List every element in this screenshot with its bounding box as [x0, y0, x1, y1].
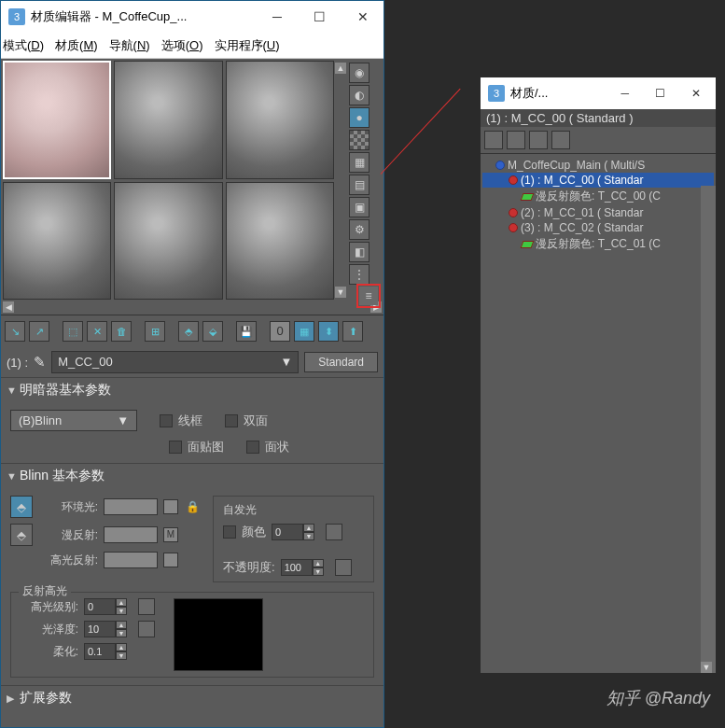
material-editor-window: 3 材质编辑器 - M_CoffeCup_... ─ ☐ ✕ 模式(D) 材质(…	[0, 0, 384, 728]
material-slot-6[interactable]	[226, 182, 334, 301]
make-preview-icon[interactable]: ▣	[349, 197, 369, 217]
view-small-icon[interactable]	[507, 131, 525, 149]
material-type-button[interactable]: Standard	[304, 352, 378, 372]
diffuse-map-btn[interactable]: M	[163, 527, 178, 542]
diffuse-swatch[interactable]	[104, 526, 158, 543]
spin-down-icon[interactable]: ▼	[313, 567, 324, 576]
tree-label: (2) : M_CC_01 ( Standar	[521, 206, 643, 219]
scroll-left-icon[interactable]: ◀	[3, 301, 14, 313]
scroll-down-icon[interactable]: ▼	[335, 287, 346, 298]
spec-level-value[interactable]: 0	[84, 598, 116, 615]
specular-map-btn[interactable]	[163, 553, 178, 567]
material-id-box[interactable]: 0	[270, 321, 290, 342]
lock-icon[interactable]: 🔒	[186, 500, 200, 513]
slots-vscroll[interactable]: ▲ ▼	[334, 61, 347, 300]
ambient-lock-icon[interactable]: ⬘	[10, 496, 33, 518]
scroll-up-icon[interactable]: ▲	[335, 63, 346, 74]
opacity-map-btn[interactable]	[335, 559, 352, 576]
self-illum-color-checkbox[interactable]	[223, 525, 236, 539]
spec-level-map-btn[interactable]	[138, 598, 155, 615]
nav-vscroll[interactable]: ▼	[701, 186, 716, 673]
view-medium-icon[interactable]	[529, 131, 548, 149]
sample-type-icon[interactable]: ◉	[349, 63, 369, 83]
tree-row[interactable]: 漫反射颜色: T_CC_01 (C	[482, 235, 714, 253]
material-slot-5[interactable]	[114, 182, 222, 301]
show-end-result-icon[interactable]: ⬍	[318, 321, 339, 342]
maximize-button[interactable]: ☐	[306, 7, 333, 26]
gloss-map-btn[interactable]	[138, 621, 155, 637]
spin-down-icon[interactable]: ▼	[303, 532, 314, 540]
menu-navigation[interactable]: 导航(N)	[109, 37, 150, 54]
view-large-icon[interactable]	[551, 131, 570, 149]
make-copy-icon[interactable]: ⊞	[145, 321, 165, 342]
menu-options[interactable]: 选项(O)	[161, 37, 203, 54]
background-icon[interactable]: ●	[349, 107, 369, 128]
two-sided-checkbox[interactable]	[225, 414, 238, 427]
rollout-blinn-basic[interactable]: ▼ Blinn 基本参数	[1, 463, 383, 488]
shader-type-dropdown[interactable]: (B)Blinn▼	[10, 410, 137, 431]
material-slot-2[interactable]	[114, 61, 222, 179]
tree-row[interactable]: (2) : M_CC_01 ( Standar	[482, 205, 714, 220]
slots-hscroll[interactable]: ◀ ▶	[1, 301, 383, 315]
tree-row[interactable]: (1) : M_CC_00 ( Standar	[482, 173, 714, 188]
sample-uv-icon[interactable]: ▦	[349, 152, 369, 173]
face-map-checkbox[interactable]	[169, 441, 182, 454]
faceted-checkbox[interactable]	[246, 441, 259, 454]
close-button[interactable]: ✕	[684, 85, 708, 102]
minimize-button[interactable]: ─	[613, 85, 636, 102]
menu-utilities[interactable]: 实用程序(U)	[215, 37, 280, 54]
material-map-navigator-icon[interactable]: ≡	[359, 287, 378, 305]
show-map-icon[interactable]: ▦	[294, 321, 314, 342]
video-check-icon[interactable]: ▤	[349, 175, 369, 195]
ambient-swatch[interactable]	[104, 498, 158, 515]
material-slot-3[interactable]	[226, 61, 334, 179]
menu-material[interactable]: 材质(M)	[55, 37, 98, 54]
eyedropper-icon[interactable]: ✎	[34, 354, 46, 371]
material-name-dropdown[interactable]: M_CC_00▼	[51, 351, 299, 373]
maximize-button[interactable]: ☐	[648, 85, 673, 102]
put-to-scene-icon[interactable]: ↗	[29, 321, 49, 342]
assign-to-sel-icon[interactable]: ⬚	[63, 321, 83, 342]
app-icon: 3	[8, 8, 25, 25]
scroll-down-icon[interactable]: ▼	[701, 662, 712, 673]
material-slot-1[interactable]	[3, 61, 111, 179]
self-illum-map-btn[interactable]	[326, 524, 342, 540]
wire-checkbox[interactable]	[160, 414, 173, 427]
get-material-icon[interactable]: ↘	[5, 321, 25, 342]
options-icon[interactable]: ⚙	[349, 219, 369, 240]
delete-icon[interactable]: 🗑	[111, 321, 132, 342]
self-illum-value[interactable]: 0	[272, 524, 303, 540]
reset-map-icon[interactable]: ✕	[87, 321, 107, 342]
ambient-map-btn[interactable]	[163, 499, 178, 514]
rollout-shader-basic[interactable]: ▼ 明暗器基本参数	[1, 377, 383, 402]
gloss-value[interactable]: 10	[84, 621, 116, 637]
go-to-parent-icon[interactable]: ⬆	[342, 321, 363, 342]
make-unique-icon[interactable]: ⬘	[178, 321, 199, 342]
material-map-nav-icon[interactable]: ⋮	[349, 264, 369, 285]
menu-mode[interactable]: 模式(D)	[3, 37, 44, 54]
annotation-arrow	[381, 89, 461, 175]
soften-value[interactable]: 0.1	[84, 643, 116, 660]
material-slot-4[interactable]	[3, 182, 111, 301]
tree-row[interactable]: M_CoffeCup_Main ( Multi/S	[482, 158, 714, 173]
faceted-label: 面状	[265, 439, 289, 455]
spin-up-icon[interactable]: ▲	[313, 559, 324, 567]
tree-row[interactable]: 漫反射颜色: T_CC_00 (C	[482, 188, 714, 205]
select-by-mat-icon[interactable]: ◧	[349, 242, 369, 262]
opacity-value[interactable]: 100	[281, 559, 313, 576]
view-list-icon[interactable]	[484, 131, 503, 149]
specular-swatch[interactable]	[104, 552, 158, 568]
backlight-icon[interactable]: ◐	[349, 85, 369, 105]
put-to-lib-icon[interactable]: ⬙	[202, 321, 223, 342]
close-button[interactable]: ✕	[350, 7, 376, 26]
diffuse-lock-icon[interactable]: ⬘	[10, 524, 33, 546]
minimize-button[interactable]: ─	[265, 7, 289, 26]
rollout-extended[interactable]: ▶ 扩展参数	[1, 685, 383, 710]
nav-header: (1) : M_CC_00 ( Standard )	[481, 109, 716, 127]
tree-row[interactable]: (3) : M_CC_02 ( Standar	[482, 220, 714, 235]
save-icon[interactable]: 💾	[236, 321, 257, 342]
pattern-icon[interactable]	[349, 130, 369, 150]
spin-up-icon[interactable]: ▲	[303, 524, 314, 532]
red-node-icon	[509, 175, 518, 185]
self-illum-label: 自发光	[223, 502, 364, 518]
